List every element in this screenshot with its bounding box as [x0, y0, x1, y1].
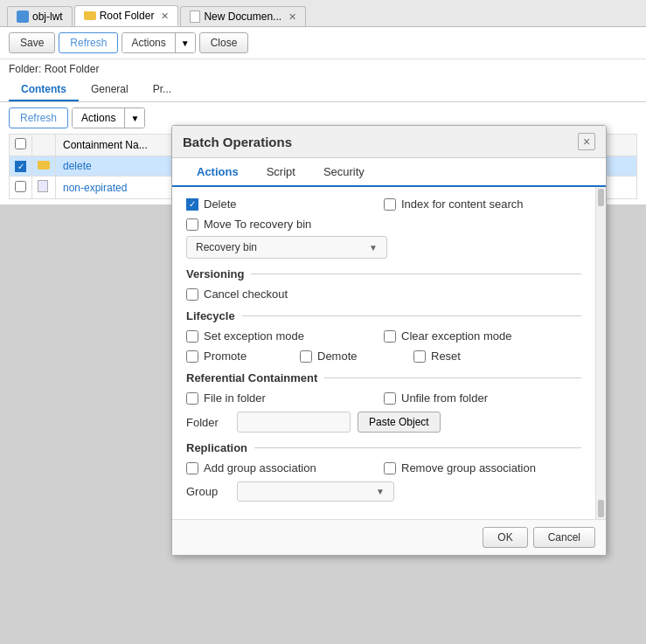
index-content-checkbox[interactable]: [384, 198, 396, 211]
clear-exception-label: Clear exception mode: [384, 329, 581, 343]
delete-checkbox[interactable]: ✓: [186, 198, 198, 211]
remove-group-checkbox[interactable]: [384, 462, 396, 474]
ref-line: [324, 377, 581, 378]
recovery-row: Move To recovery bin: [186, 218, 581, 231]
lifecycle-line: [242, 315, 581, 316]
move-recovery-label: Move To recovery bin: [186, 218, 311, 231]
ref-containment-title: Referential Containment: [186, 371, 317, 384]
lifecycle-divider: Lifecycle: [186, 309, 581, 322]
group-input-label: Group: [186, 485, 230, 498]
unfile-folder-checkbox[interactable]: [384, 392, 396, 405]
folder-input-label: Folder: [186, 416, 230, 429]
clear-exception-checkbox[interactable]: [384, 330, 396, 343]
group-dropdown-arrow: ▼: [376, 487, 385, 496]
folder-input[interactable]: [237, 412, 351, 433]
modal-tab-security[interactable]: Security: [309, 158, 379, 185]
recovery-bin-row: Recovery bin ▼: [186, 236, 581, 259]
batch-operations-modal: Batch Operations × Actions Script Securi…: [171, 125, 607, 556]
cancel-checkout-checkbox[interactable]: [186, 288, 198, 301]
unfile-folder-label: Unfile from folder: [384, 391, 581, 405]
replication-title: Replication: [186, 441, 247, 454]
modal-body: ✓ Delete Index for content search Move T…: [172, 187, 595, 519]
recovery-bin-dropdown[interactable]: Recovery bin ▼: [186, 236, 387, 259]
file-in-folder-checkbox[interactable]: [186, 392, 198, 405]
index-content-label: Index for content search: [384, 197, 581, 211]
delete-row: ✓ Delete Index for content search: [186, 197, 581, 211]
reset-label: Reset: [413, 350, 461, 363]
modal-overlay: Batch Operations × Actions Script Securi…: [0, 0, 646, 644]
modal-tab-actions[interactable]: Actions: [183, 158, 253, 187]
replication-row1: Add group association Remove group assoc…: [186, 461, 581, 474]
ok-button[interactable]: OK: [483, 527, 527, 548]
move-recovery-checkbox[interactable]: [186, 218, 198, 231]
folder-input-row: Folder Paste Object: [186, 412, 581, 433]
add-group-checkbox[interactable]: [186, 462, 198, 474]
cancel-button[interactable]: Cancel: [533, 527, 595, 548]
replication-divider: Replication: [186, 441, 581, 454]
cancel-checkout-label: Cancel checkout: [186, 287, 581, 301]
set-exception-checkbox[interactable]: [186, 330, 198, 343]
demote-checkbox[interactable]: [300, 350, 312, 363]
demote-label: Demote: [300, 350, 413, 363]
lifecycle-row2: Promote Demote Reset: [186, 350, 581, 363]
remove-group-label: Remove group association: [384, 461, 581, 474]
scroll-thumb-top: [598, 189, 604, 206]
modal-footer: OK Cancel: [172, 519, 606, 555]
group-input-row: Group ▼: [186, 481, 581, 502]
modal-body-container: ✓ Delete Index for content search Move T…: [172, 187, 606, 519]
lifecycle-title: Lifecycle: [186, 309, 235, 322]
add-group-label: Add group association: [186, 461, 384, 474]
lifecycle-row1: Set exception mode Clear exception mode: [186, 329, 581, 343]
paste-object-button[interactable]: Paste Object: [358, 412, 441, 433]
ref-containment-divider: Referential Containment: [186, 371, 581, 384]
ref-row1: File in folder Unfile from folder: [186, 391, 581, 405]
replication-line: [254, 447, 581, 448]
modal-scrollbar[interactable]: [595, 187, 606, 519]
versioning-line: [251, 274, 581, 274]
scroll-thumb-bottom: [598, 500, 604, 517]
modal-title: Batch Operations: [183, 135, 292, 149]
scroll-track: [596, 208, 606, 498]
modal-tab-script[interactable]: Script: [253, 158, 309, 185]
cancel-checkout-row: Cancel checkout: [186, 287, 581, 301]
set-exception-label: Set exception mode: [186, 329, 384, 343]
versioning-divider: Versioning: [186, 267, 581, 280]
versioning-title: Versioning: [186, 267, 244, 280]
reset-checkbox[interactable]: [413, 350, 426, 363]
modal-close-button[interactable]: ×: [578, 133, 595, 150]
group-dropdown[interactable]: ▼: [237, 481, 394, 502]
file-in-folder-label: File in folder: [186, 391, 384, 405]
promote-checkbox[interactable]: [186, 350, 198, 363]
recovery-dropdown-arrow: ▼: [369, 243, 378, 253]
promote-label: Promote: [186, 350, 300, 363]
modal-tab-bar: Actions Script Security: [172, 158, 606, 187]
modal-header: Batch Operations ×: [172, 126, 606, 158]
delete-label: ✓ Delete: [186, 197, 384, 211]
